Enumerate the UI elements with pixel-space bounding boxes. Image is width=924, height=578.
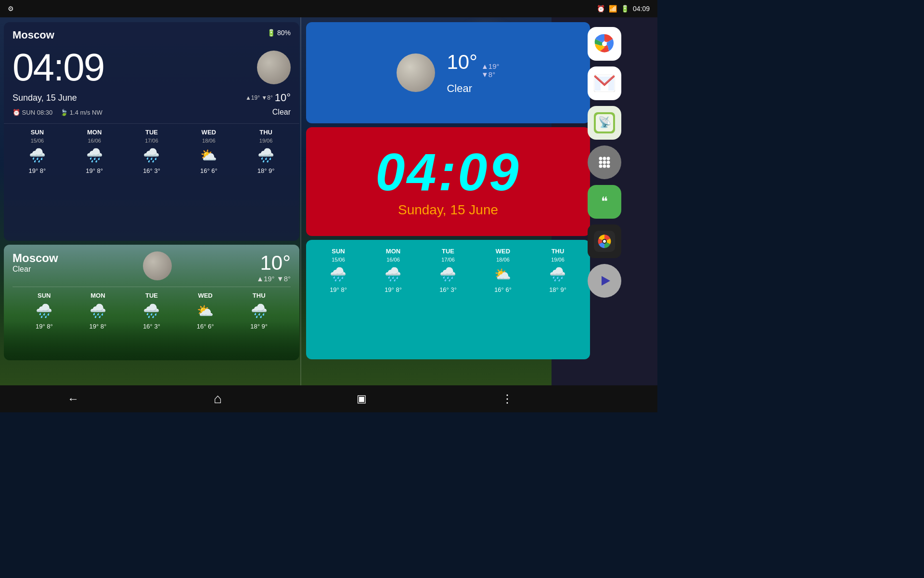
w1-battery-pct: 80% [277,29,291,37]
forecast-day-item: WED 18/06 ⛅ 16° 6° [494,248,512,293]
forecast-day-item: TUE 🌧️ 16° 3° [143,292,160,330]
status-bar: ⚙ ⏰ 📶 🔋 04:09 [0,0,657,17]
play-button-icon[interactable] [588,264,621,298]
apps-grid-icon[interactable] [588,145,621,179]
more-button[interactable]: ⋮ [501,392,513,406]
settings-icon: ⚙ [8,5,14,13]
svg-point-13 [603,161,606,164]
w2-temp: 10° [447,51,477,74]
forecast-day-item: MON 16/06 🌧️ 19° 8° [86,129,103,174]
battery-icon: 🔋 [621,5,629,13]
w1-date: Sunday, 15 June [13,93,77,103]
svg-point-17 [607,165,610,168]
widget-clock-weather: Moscow 🔋 80% 04:09 Sunday, 15 June ▲19° … [4,22,299,241]
svg-point-10 [603,157,606,160]
widget-teal-forecast: SUN 15/06 🌧️ 19° 8° MON 16/06 🌧️ 19° 8° … [306,240,590,359]
rss-icon[interactable]: 📡 [588,106,621,140]
w1-temp-hilo: ▲19° ▼8° [245,94,273,101]
hangouts-icon[interactable]: ❝ [588,185,621,219]
forecast-day-item: THU 🌧️ 18° 9° [250,292,268,330]
w1-clock: 04:09 [13,45,104,90]
w4-temp: 10° [260,251,291,275]
divider [300,17,301,385]
svg-point-14 [607,161,610,164]
w4-city: Moscow [13,251,58,265]
w2-lo: ▼8° [481,70,500,79]
svg-text:📡: 📡 [598,116,612,129]
w5-forecast: SUN 15/06 🌧️ 19° 8° MON 16/06 🌧️ 19° 8° … [306,240,590,298]
w4-forecast: SUN 🌧️ 19° 8° MON 🌧️ 19° 8° TUE 🌧️ 16° 3… [13,287,291,335]
w3-clock: 04:09 [375,145,520,198]
alarm-status-icon: ⏰ [597,5,605,13]
widget-red-clock: 04:09 Sunday, 15 June [306,127,590,236]
w4-hilo: ▲19° ▼8° [257,275,291,283]
w3-date: Sunday, 15 June [398,202,498,218]
forecast-day-item: WED ⛅ 16° 6° [197,292,214,330]
w1-alarm: ⏰ SUN 08:30 [13,109,52,116]
gmail-icon[interactable] [588,66,621,100]
home-button[interactable]: ⌂ [214,391,222,407]
svg-point-12 [599,161,603,164]
w2-moon-icon [397,53,435,92]
svg-text:❝: ❝ [601,194,608,209]
forecast-day-item: MON 🌧️ 19° 8° [90,292,107,330]
forecast-day-item: SUN 15/06 🌧️ 19° 8° [330,248,347,293]
widget-blue-weather: 10° ▲19° ▼8° Clear [306,22,590,123]
w2-hi: ▲19° [481,62,500,70]
w1-wind: 🍃 1.4 m/s NW [60,109,103,116]
recents-button[interactable]: ▣ [357,393,367,405]
forecast-day-item: MON 16/06 🌧️ 19° 8° [385,248,402,293]
forecast-day-item: WED 18/06 ⛅ 16° 6° [200,129,218,174]
w1-battery-icon: 🔋 [267,29,275,37]
back-button[interactable]: ← [67,392,79,406]
svg-point-22 [603,240,606,243]
chrome-icon[interactable] [588,27,621,61]
forecast-day-item: THU 19/06 🌧️ 18° 9° [257,129,275,174]
forecast-day-item: TUE 17/06 🌧️ 16° 3° [143,129,160,174]
svg-point-15 [599,165,603,168]
forecast-day-item: SUN 15/06 🌧️ 19° 8° [29,129,46,174]
w4-moon-icon [143,251,172,280]
widget-photo-weather: Moscow Clear 10° ▲19° ▼8° SUN 🌧️ 19° 8° … [4,245,299,360]
svg-point-11 [607,157,610,160]
w1-forecast: SUN 15/06 🌧️ 19° 8° MON 16/06 🌧️ 19° 8° … [4,123,299,179]
w1-condition: Clear [272,108,291,117]
status-time: 04:09 [633,5,650,13]
forecast-day-item: TUE 17/06 🌧️ 16° 3° [439,248,457,293]
forecast-day-item: SUN 🌧️ 19° 8° [36,292,53,330]
w1-city: Moscow [13,29,54,41]
svg-point-16 [603,165,606,168]
sidebar: 📡 ❝ [552,17,657,385]
wifi-icon: 📶 [609,5,617,13]
svg-point-9 [599,157,603,160]
nav-bar: ← ⌂ ▣ ⋮ [0,385,657,412]
w2-condition: Clear [447,82,472,95]
w1-moon-icon [257,51,291,84]
camera-icon[interactable] [588,224,621,258]
svg-point-2 [602,41,607,46]
w4-condition: Clear [13,265,58,274]
w1-temp-current: 10° [275,92,291,104]
